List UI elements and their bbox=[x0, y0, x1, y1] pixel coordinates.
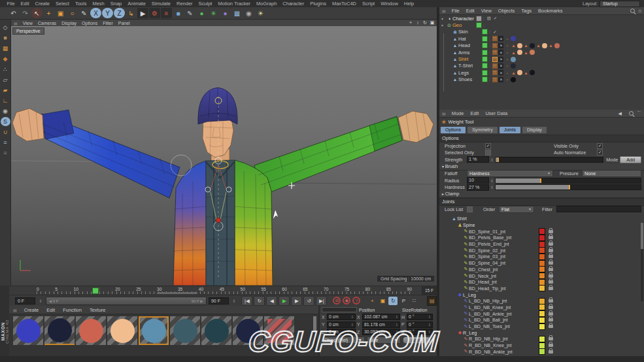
joint-row[interactable]: ✎ BD_Pelvis_End_jnt bbox=[439, 241, 644, 248]
visibility-dots-icon[interactable]: ⁚ bbox=[488, 63, 492, 68]
joint-row[interactable]: ✎ BD_Chest_jnt bbox=[439, 267, 644, 273]
timeline-scrollbar[interactable] bbox=[157, 292, 197, 294]
object-tag-icon[interactable]: × bbox=[498, 36, 503, 41]
lock-icon[interactable] bbox=[549, 318, 553, 321]
material-menu-item[interactable]: Edit bbox=[42, 307, 59, 313]
object-tag-icon[interactable]: ▲ bbox=[523, 70, 528, 75]
object-tag-icon[interactable]: × bbox=[498, 63, 503, 69]
lock-icon[interactable] bbox=[549, 242, 553, 246]
viewport-menu-item[interactable]: Filter bbox=[100, 21, 116, 25]
mode-add-button[interactable]: Add bbox=[620, 156, 641, 163]
weight-color-swatch[interactable] bbox=[539, 254, 545, 260]
toolbar-icon[interactable]: Y bbox=[102, 8, 113, 18]
attribute-menu-item[interactable]: Edit bbox=[467, 110, 482, 116]
object-manager-menu-item[interactable]: View bbox=[478, 8, 495, 14]
object-manager-menu-item[interactable]: Bookmarks bbox=[535, 8, 566, 14]
object-tag-icon[interactable]: ∷ bbox=[492, 63, 498, 69]
toolbar-icon[interactable]: ■ bbox=[173, 8, 184, 18]
attribute-tab[interactable]: Symmetry bbox=[467, 127, 498, 133]
object-row[interactable]: ▲ Hat ⁚ ∷×◦ bbox=[445, 35, 644, 42]
weight-color-swatch[interactable] bbox=[539, 317, 545, 323]
3d-viewport[interactable]: ViewCamerasDisplayOptionsFilterPanel +↕↻… bbox=[11, 20, 437, 286]
menu-item[interactable]: Edit bbox=[18, 1, 32, 7]
weight-color-swatch[interactable] bbox=[539, 310, 545, 317]
object-tag-icon[interactable]: × bbox=[498, 50, 503, 55]
rail-tool-icon[interactable]: ◇ bbox=[1, 23, 10, 32]
frame-range-slider[interactable]: ◀ 0 F 90 F ▶ bbox=[46, 297, 207, 305]
joint-name[interactable]: L_BD_NB_Ball_jnt bbox=[469, 317, 508, 323]
lock-list-checkbox[interactable] bbox=[467, 206, 473, 212]
toolbar-icon[interactable]: ○ bbox=[67, 8, 78, 18]
object-tag-icon[interactable] bbox=[542, 43, 547, 48]
keying-button[interactable]: ▣ bbox=[378, 297, 387, 305]
viewport-menu-item[interactable]: Cameras bbox=[35, 21, 59, 25]
selected-only-checkbox[interactable] bbox=[485, 150, 491, 156]
visibility-dots-icon[interactable]: ⁚ bbox=[488, 71, 492, 75]
toolbar-icon[interactable]: ● bbox=[220, 8, 231, 18]
visibility-dots-icon[interactable]: ⁚ bbox=[488, 57, 492, 61]
object-tag-icon[interactable]: ∷ bbox=[492, 70, 498, 75]
lock-icon[interactable] bbox=[549, 325, 553, 328]
layer-color-chip[interactable] bbox=[482, 50, 488, 56]
joint-row[interactable]: ♟ Spine bbox=[439, 222, 644, 229]
lock-icon[interactable] bbox=[549, 344, 553, 347]
material-menu-item[interactable]: Function bbox=[59, 307, 86, 313]
projection-checkbox[interactable] bbox=[485, 143, 491, 149]
joint-row[interactable]: ✎ R_BD_NB_Hip_jnt bbox=[439, 336, 644, 342]
layer-color-chip[interactable] bbox=[482, 29, 488, 35]
joint-name[interactable]: BD_Spine_04_jnt bbox=[469, 260, 505, 266]
object-tag-icon[interactable]: ◦ bbox=[505, 70, 510, 75]
object-manager-menu-item[interactable]: File bbox=[449, 8, 463, 14]
material-swatch[interactable] bbox=[170, 316, 200, 345]
joint-name[interactable]: R_BD_NB_Ankle_jnt bbox=[469, 349, 513, 355]
joint-name[interactable]: BD_Pelvis_End_jnt bbox=[469, 241, 509, 247]
joint-name[interactable]: R_BD_NB_Hip_jnt bbox=[469, 336, 508, 342]
record-button[interactable]: ◉ bbox=[343, 297, 350, 304]
strength-field[interactable]: 1 % bbox=[467, 156, 489, 163]
material-swatch[interactable] bbox=[44, 316, 75, 345]
joint-row[interactable]: ✎ R_BD_NB_Knee_jnt bbox=[439, 342, 644, 349]
layout-dropdown[interactable]: Startup bbox=[600, 1, 640, 7]
clamp-section-header[interactable]: Clamp bbox=[439, 191, 644, 198]
toolbar-icon[interactable]: ↳ bbox=[126, 8, 137, 18]
viewport-nav-icon[interactable]: ↕ bbox=[415, 20, 421, 25]
transport-button[interactable]: ▶| bbox=[316, 296, 327, 306]
hardness-slider[interactable] bbox=[495, 184, 641, 190]
weight-color-swatch[interactable] bbox=[539, 266, 545, 272]
layer-color-chip[interactable] bbox=[476, 22, 482, 28]
object-tag-icon[interactable]: × bbox=[498, 43, 503, 48]
object-tag-icon[interactable]: ✓ bbox=[492, 29, 498, 35]
weight-color-swatch[interactable] bbox=[539, 228, 545, 235]
keying-button[interactable]: P bbox=[399, 297, 408, 305]
stepper-icon[interactable]: ⇕ bbox=[37, 299, 43, 303]
object-name[interactable]: Legs bbox=[458, 70, 482, 76]
transport-button[interactable]: ◀ bbox=[266, 296, 277, 306]
menu-item[interactable]: Render bbox=[174, 1, 196, 7]
toolbar-icon[interactable]: ▶ bbox=[137, 8, 148, 18]
record-button[interactable]: ? bbox=[352, 297, 360, 304]
joint-name[interactable]: BD_Pelvis_Base_jnt bbox=[469, 235, 511, 240]
weight-color-swatch[interactable] bbox=[539, 247, 545, 254]
layer-color-chip[interactable] bbox=[482, 56, 488, 62]
timeline-ruler[interactable]: 051015202530354045505560657075808590 15 … bbox=[9, 286, 437, 295]
lock-icon[interactable] bbox=[549, 306, 553, 309]
object-tag-icon[interactable]: ◦ bbox=[505, 36, 510, 41]
object-tag-icon[interactable] bbox=[517, 50, 522, 55]
object-manager-menu-item[interactable]: Objects bbox=[495, 8, 518, 14]
lock-icon[interactable]: ⌒ bbox=[637, 110, 641, 117]
material-swatch[interactable] bbox=[13, 316, 43, 345]
layer-color-chip[interactable] bbox=[482, 70, 488, 76]
home-icon[interactable]: ⌂ bbox=[638, 8, 641, 14]
radius-slider[interactable] bbox=[495, 178, 641, 184]
menu-item[interactable]: Tools bbox=[72, 1, 90, 7]
layer-color-chip[interactable] bbox=[482, 42, 488, 48]
object-row[interactable]: ▲ Head ⁚ ∷×◦▲▲▲▲ bbox=[445, 42, 644, 49]
object-name[interactable]: Head bbox=[458, 42, 482, 48]
object-tag-icon[interactable] bbox=[511, 63, 516, 69]
current-frame-marker[interactable] bbox=[92, 288, 99, 294]
lock-icon[interactable] bbox=[549, 261, 553, 265]
toolbar-icon[interactable]: ▣ bbox=[55, 8, 66, 18]
joint-name[interactable]: R_Leg bbox=[463, 330, 477, 336]
joint-row[interactable]: ✎ L_BD_NB_Ball_jnt bbox=[439, 317, 644, 323]
menu-item[interactable]: Animate bbox=[125, 1, 149, 7]
